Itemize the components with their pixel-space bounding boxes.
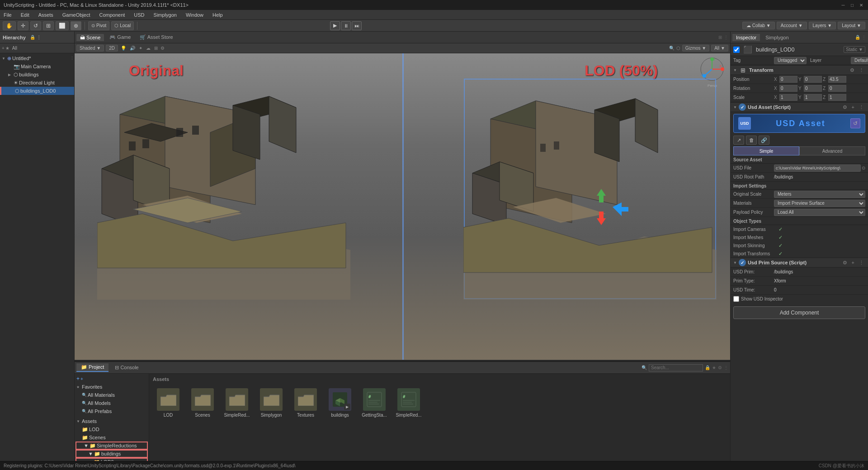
transform-settings-icon[interactable]: ⚙ [849, 67, 856, 73]
usd-open-button[interactable]: ↗ [733, 136, 744, 145]
tool-move[interactable]: ✛ [18, 21, 28, 30]
usd-file-browse-icon[interactable]: ⊙ [862, 165, 865, 170]
all-materials-item[interactable]: 🔍 All Materials [75, 391, 149, 399]
menu-simplygon[interactable]: Simplygon [152, 11, 179, 19]
materials-dropdown[interactable]: Import Preview Surface [774, 200, 865, 207]
layer-dropdown[interactable]: Default [851, 57, 868, 64]
assets-section[interactable]: ▼ Assets [75, 417, 149, 425]
asset-simplered[interactable]: SimpleRed... [222, 386, 252, 420]
step-button[interactable]: ⏭ [352, 21, 362, 30]
bottom-lock-icon[interactable]: 🔒 [705, 365, 710, 370]
pivot-button[interactable]: ⊙ Pivot [88, 21, 109, 30]
lod-item[interactable]: 📁 LOD [75, 425, 149, 433]
hierarchy-lock-icon[interactable]: 🔒 [30, 35, 35, 40]
usd-delete-button[interactable]: 🗑 [746, 136, 757, 145]
scale-y-input[interactable] [804, 94, 822, 101]
untitled-dots[interactable]: ⋮ [70, 56, 74, 61]
usd-asset-plus-icon[interactable]: + [850, 104, 856, 110]
bottom-search-icon[interactable]: 🔍 [642, 365, 647, 370]
hierarchy-item-buildings-lod0[interactable]: ⬡ buildings_LOD0 [0, 87, 74, 95]
transform-dots-icon[interactable]: ⋮ [858, 67, 865, 73]
asset-simple-red[interactable]: # SimpleRed... [393, 386, 424, 420]
all-prefabs-item[interactable]: 🔍 All Prefabs [75, 407, 149, 415]
show-usd-inspector-checkbox[interactable] [733, 296, 739, 302]
inspector-lock-icon[interactable]: 🔒 [855, 35, 860, 40]
menu-edit[interactable]: Edit [19, 11, 31, 19]
menu-assets[interactable]: Assets [37, 11, 55, 19]
viewport-settings-icon[interactable]: ⚙ [160, 46, 165, 51]
scenes-item[interactable]: 📁 Scenes [75, 433, 149, 442]
viewport-light-icon[interactable]: 💡 [121, 46, 126, 51]
maximize-button[interactable]: □ [849, 2, 855, 8]
transform-section-header[interactable]: ▼ ⊞ Transform ⚙ ⋮ [731, 65, 868, 75]
original-scale-dropdown[interactable]: Meters [774, 191, 865, 198]
menu-help[interactable]: Help [211, 11, 225, 19]
simple-reductions-item[interactable]: ▼ 📁 SimpleReductions [75, 442, 148, 450]
advanced-tab[interactable]: Advanced [799, 146, 865, 155]
viewport-maximize-icon[interactable]: ⊞ [718, 35, 722, 40]
position-y-input[interactable] [804, 76, 822, 83]
obj-static-dropdown[interactable]: Static ▼ [844, 46, 865, 53]
all-models-item[interactable]: 🔍 All Models [75, 399, 149, 407]
viewport-dots-icon[interactable]: ⋮ [724, 35, 728, 40]
usd-asset-dots-icon[interactable]: ⋮ [858, 104, 865, 110]
menu-window[interactable]: Window [184, 11, 205, 19]
position-x-input[interactable] [779, 76, 797, 83]
usd-refresh-button[interactable]: ↺ [850, 118, 860, 128]
viewport-audio-icon[interactable]: 🔊 [130, 46, 135, 51]
inspector-dots-icon[interactable]: ⋮ [862, 35, 866, 40]
tab-inspector[interactable]: Inspector [732, 34, 760, 41]
lod0-folder-item[interactable]: 📁 LOD0 [75, 458, 148, 461]
asset-textures[interactable]: Textures [290, 386, 321, 420]
menu-component[interactable]: Component [97, 11, 127, 19]
hierarchy-item-untitled[interactable]: ▼ ⊕ Untitled* ⋮ [0, 54, 74, 62]
hierarchy-item-main-camera[interactable]: 📷 Main Camera [0, 62, 74, 70]
all-button[interactable]: All ▼ [711, 45, 728, 52]
asset-getting-started[interactable]: # GettingSta... [359, 386, 390, 420]
viewport-layers-icon[interactable]: ⬡ [676, 46, 680, 51]
bottom-settings-icon[interactable]: ⚙ [718, 365, 722, 370]
viewport-sky-icon[interactable]: ☁ [146, 46, 151, 51]
tab-simplygon[interactable]: Simplygon [762, 34, 792, 41]
minimize-button[interactable]: ─ [840, 2, 846, 8]
project-add-button[interactable]: + + [75, 375, 149, 383]
tab-project[interactable]: 📁 Project [76, 363, 108, 372]
usd-prim-settings-icon[interactable]: ⚙ [841, 260, 849, 266]
bottom-star-icon[interactable]: ★ [712, 365, 716, 370]
usd-file-input[interactable] [774, 164, 861, 172]
tool-rotate[interactable]: ↺ [30, 21, 41, 30]
usd-prim-plus-icon[interactable]: + [850, 260, 856, 266]
viewport-search-icon[interactable]: 🔍 [669, 46, 675, 51]
hierarchy-item-directional-light[interactable]: ☀ Directional Light [0, 79, 74, 87]
menu-gameobject[interactable]: GameObject [61, 11, 92, 19]
project-search-input[interactable] [649, 364, 703, 371]
asset-scenes[interactable]: Scenes [187, 386, 218, 420]
rotation-y-input[interactable] [804, 85, 822, 92]
hierarchy-item-buildings[interactable]: ▶ ⬡ buildings [0, 70, 74, 79]
pause-button[interactable]: ⏸ [341, 21, 351, 30]
play-button[interactable]: ▶ [330, 21, 340, 30]
favorites-section[interactable]: ★ Favorites [75, 383, 149, 391]
tab-game[interactable]: 🎮 Game [106, 33, 134, 41]
usd-prim-section-header[interactable]: ▼ ✓ Usd Prim Source (Script) ⚙ + ⋮ [731, 258, 868, 268]
bottom-dots-icon[interactable]: ⋮ [724, 365, 728, 370]
shaded-dropdown[interactable]: Shaded ▼ [76, 45, 104, 52]
local-button[interactable]: ⬡ Local [111, 21, 134, 30]
usd-prim-dots-icon[interactable]: ⋮ [858, 260, 865, 266]
hierarchy-dots-icon[interactable]: ⋮ [37, 35, 41, 40]
account-button[interactable]: Account ▼ [777, 22, 807, 29]
close-button[interactable]: ✕ [858, 2, 864, 8]
menu-file[interactable]: File [2, 11, 14, 19]
tag-dropdown[interactable]: Untagged [774, 57, 807, 64]
obj-active-checkbox[interactable] [733, 47, 740, 53]
asset-simplygon[interactable]: Simplygon [256, 386, 287, 420]
scale-z-input[interactable] [828, 94, 846, 101]
add-component-button[interactable]: Add Component [733, 306, 865, 319]
menu-usd[interactable]: USD [132, 11, 146, 19]
tool-hand[interactable]: ✋ [3, 21, 16, 30]
tool-rect[interactable]: ⬜ [56, 21, 69, 30]
rotation-x-input[interactable] [779, 85, 797, 92]
2d-button[interactable]: 2D [106, 45, 118, 52]
simple-tab[interactable]: Simple [733, 146, 799, 155]
usd-asset-section-header[interactable]: ▼ ✓ Usd Asset (Script) ⚙ + ⋮ [731, 102, 868, 112]
